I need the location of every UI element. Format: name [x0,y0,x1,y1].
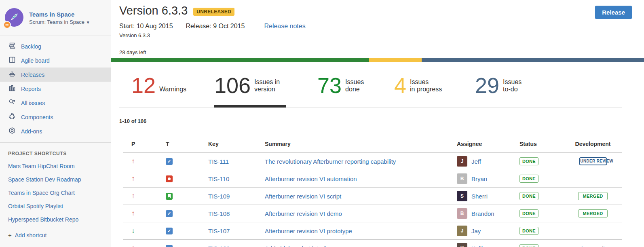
sidebar-item-label: All issues [21,100,45,106]
issue-key-link[interactable]: TIS-109 [208,193,230,200]
start-date: Start: 10 Aug 2015 [119,23,173,30]
assignee-link[interactable]: Brandon [471,210,494,217]
shortcut-link[interactable]: Space Station Dev Roadmap [8,176,111,183]
page-title: Version 6.3.3 [119,4,188,17]
priority-up-icon: ↑ [131,244,135,247]
stat-value: 4 [394,75,406,96]
stat-label: Warnings [159,86,186,96]
issue-key-link[interactable]: TIS-108 [208,210,230,217]
stat-value: 106 [214,75,251,96]
progress-segment-to-do [422,58,644,62]
issue-type-task-icon: ✓ [166,228,173,234]
sidebar-item-label: Agile board [21,57,50,64]
issue-summary-link[interactable]: Afterburner revision VI script [265,193,341,200]
status-lozenge: DONE [519,209,538,217]
column-header-t[interactable]: T [158,141,200,147]
stat-label: Issues done [345,78,364,96]
sidebar-item-backlog[interactable]: Backlog [0,39,111,53]
shortcut-link[interactable]: Teams in Space Org Chart [8,190,111,196]
table-row: ↑✓TIS-106Add sidebar chat interfaceKKell… [123,240,622,247]
sidebar: <> Teams in Space Scrum: Teams in Space … [0,0,111,247]
add-shortcut-button[interactable]: + Add shortcut [8,232,111,239]
status-lozenge: DONE [519,227,538,235]
project-logo: <> [5,8,24,27]
issue-summary-link[interactable]: Afterburner revision VI automation [265,175,357,182]
issue-key-link[interactable]: TIS-106 [208,245,230,247]
issues-table: PTKeySummaryAssigneeStatusDevelopment ↑✓… [123,135,622,247]
column-header-key[interactable]: Key [200,141,257,147]
sidebar-item-agile-board[interactable]: Agile board [0,53,111,68]
reports-icon [8,84,16,93]
release-button[interactable]: Release [595,6,632,19]
sidebar-item-label: Add-ons [21,128,42,135]
assignee-link[interactable]: Bryan [471,175,487,182]
selected-stat-underline [214,105,286,108]
status-lozenge: DONE [519,192,538,200]
status-lozenge: DONE [519,157,538,165]
column-header-assignee[interactable]: Assignee [449,141,511,147]
sidebar-item-add-ons[interactable]: Add-ons [0,124,111,138]
all-issues-icon [8,99,16,107]
release-notes-link[interactable]: Release notes [264,23,305,30]
stat-issues-done[interactable]: 73Issues done [317,75,394,96]
issue-type-task-icon: ✓ [166,245,173,247]
release-date: Release: 9 Oct 2015 [186,23,245,30]
stat-label: Issues in progress [410,78,442,96]
avatar: K [457,243,467,247]
issue-type-task-icon: ✓ [166,158,173,165]
project-board-switcher[interactable]: Scrum: Teams in Space ▼ [29,19,90,25]
plus-icon: + [8,232,12,239]
column-header-p[interactable]: P [123,141,158,147]
sidebar-item-components[interactable]: Components [0,110,111,124]
assignee-link[interactable]: Sherri [471,193,488,200]
shortcut-link[interactable]: Hyperspeed Bitbucket Repo [8,216,111,223]
issue-key-link[interactable]: TIS-111 [208,158,229,165]
shortcut-link[interactable]: Orbital Spotify Playlist [8,203,111,209]
stat-issues-in-progress[interactable]: 4Issues in progress [394,75,475,96]
column-header-summary[interactable]: Summary [257,141,449,147]
components-icon [8,113,16,121]
stat-value: 73 [317,75,342,96]
issue-summary-link[interactable]: Afterburner revision VI demo [265,210,342,217]
add-shortcut-label: Add shortcut [15,232,47,239]
agile-board-icon [8,56,16,65]
stat-label: Issues in version [254,78,280,96]
development-badge-merged: MERGED [578,209,607,217]
assignee-link[interactable]: Kellie [471,245,486,247]
stat-warnings[interactable]: 12Warnings [131,75,214,96]
sidebar-item-reports[interactable]: Reports [0,82,111,96]
avatar: J [457,226,467,236]
issue-key-link[interactable]: TIS-110 [208,175,229,182]
issue-summary-link[interactable]: The revolutionary Afterburner reporting … [265,158,396,165]
status-lozenge: DONE [519,244,538,247]
issue-type-bug-icon [166,175,173,182]
column-header-development[interactable]: Development [564,141,622,147]
assignee-link[interactable]: Jay [471,228,481,234]
development-badge-review: UNDER REVIEW [579,157,607,165]
table-row: ↑TIS-110Afterburner revision VI automati… [123,170,622,188]
stat-value: 29 [475,75,499,96]
assignee-link[interactable]: Jeff [471,158,481,165]
sidebar-nav: BacklogAgile boardReleasesReportsAll iss… [0,36,111,143]
status-badge: UNRELEASED [193,8,234,16]
issue-summary-link[interactable]: Afterburner revision VI prototype [265,228,352,234]
avatar: J [457,156,467,167]
project-name[interactable]: Teams in Space [29,11,90,19]
priority-up-icon: ↑ [131,175,135,182]
issue-key-link[interactable]: TIS-107 [208,228,230,234]
priority-up-icon: ↑ [131,192,135,200]
avatar: S [457,191,467,201]
avatar: B [457,208,467,219]
progress-segment-in-progress [369,58,422,62]
issue-summary-link[interactable]: Add sidebar chat interface [265,245,335,247]
commit-link[interactable]: 1 commit [581,245,605,247]
stat-issues-to-do[interactable]: 29Issues to-do [475,75,522,96]
release-progress-bar [111,58,644,62]
table-row: ↓✓TIS-107Afterburner revision VI prototy… [123,222,622,240]
project-subtitle-label: Scrum: Teams in Space [29,19,84,25]
shortcut-link[interactable]: Mars Team HipChat Room [8,163,111,169]
column-header-status[interactable]: Status [511,141,564,147]
stat-issues-in-version[interactable]: 106Issues in version [214,75,317,96]
sidebar-item-all-issues[interactable]: All issues [0,96,111,110]
sidebar-item-releases[interactable]: Releases [0,68,111,82]
